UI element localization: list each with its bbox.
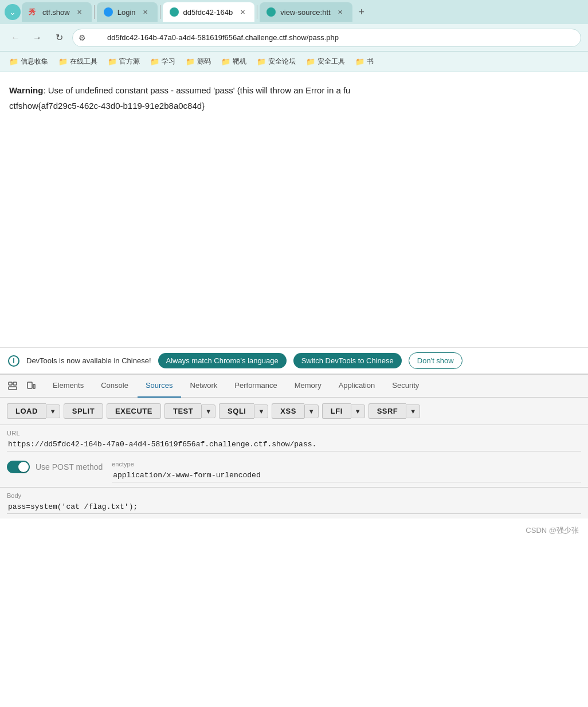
url-value[interactable]: https://dd5fdc42-164b-47a0-a4d4-581619f6… — [7, 438, 581, 451]
bookmark-label-5: 源码 — [197, 57, 211, 66]
always-match-language-button[interactable]: Always match Chrome's language — [158, 353, 287, 368]
bookmark-label-2: 在线工具 — [70, 57, 97, 66]
body-section: Body pass=system('cat /flag.txt'); — [0, 488, 588, 519]
dont-show-button[interactable]: Don't show — [409, 352, 462, 369]
tab-separator-1 — [94, 5, 95, 19]
tab2-close[interactable]: ✕ — [140, 7, 151, 17]
tab-bar: ⌄ 秀 ctf.show ✕ Login ✕ dd5fdc42-164b ✕ v… — [0, 0, 588, 24]
back-button[interactable]: ← — [7, 29, 24, 46]
dd5fdc42-tab-icon — [170, 7, 179, 17]
devtools-tab-bar: Elements Console Sources Network Perform… — [0, 375, 588, 398]
bookmark-official-source[interactable]: 📁 官方源 — [103, 54, 144, 69]
bookmark-label-8: 安全工具 — [317, 57, 345, 66]
bookmark-source-code[interactable]: 📁 源码 — [181, 54, 215, 69]
folder-icon-5: 📁 — [186, 57, 195, 66]
bookmark-security-tools[interactable]: 📁 安全工具 — [301, 54, 350, 69]
url-field-row: URL https://dd5fdc42-164b-47a0-a4d4-5816… — [7, 430, 581, 451]
bookmark-security-forum[interactable]: 📁 安全论坛 — [252, 54, 300, 69]
bookmark-learning[interactable]: 📁 学习 — [146, 54, 180, 69]
new-tab-button[interactable]: + — [354, 4, 370, 20]
tab-performance[interactable]: Performance — [226, 375, 285, 398]
xss-button[interactable]: XSS — [272, 403, 304, 419]
ssrf-dropdown-group: SSRF ▼ — [369, 403, 421, 419]
tab2-label: Login — [117, 8, 136, 17]
tab-security[interactable]: Security — [384, 375, 427, 398]
test-button[interactable]: TEST — [164, 403, 201, 419]
tab-scroll-button[interactable]: ⌄ — [5, 4, 21, 20]
flag-value: ctfshow{af7d29c5-462c-43d0-b119-91e2b8a0… — [9, 101, 579, 111]
folder-icon-9: 📁 — [355, 57, 364, 66]
body-field-row: Body pass=system('cat /flag.txt'); — [7, 492, 581, 514]
warning-message: Warning: Use of undefined constant pass … — [9, 84, 579, 97]
ssrf-button[interactable]: SSRF — [369, 403, 406, 419]
devtools-device-icon[interactable] — [23, 378, 39, 394]
enctype-value[interactable]: application/x-www-form-urlencoded — [112, 469, 581, 482]
bookmark-label-7: 安全论坛 — [268, 57, 296, 66]
bookmark-target-machine[interactable]: 📁 靶机 — [217, 54, 251, 69]
load-button[interactable]: LOAD — [7, 403, 46, 419]
xss-dropdown-arrow[interactable]: ▼ — [304, 404, 319, 418]
warning-bold-label: Warning — [9, 85, 43, 95]
hackbar-toolbar: LOAD ▼ SPLIT EXECUTE TEST ▼ SQLI ▼ XSS ▼ — [7, 403, 581, 419]
bookmark-label-6: 靶机 — [233, 57, 246, 66]
folder-icon-2: 📁 — [58, 57, 68, 66]
devtools-icon-group — [5, 378, 39, 394]
tab-elements[interactable]: Elements — [45, 375, 92, 398]
split-button[interactable]: SPLIT — [64, 403, 103, 419]
address-text: dd5fdc42-164b-47a0-a4d4-581619f656af.cha… — [107, 33, 339, 42]
page-content: Warning: Use of undefined constant pass … — [0, 72, 588, 347]
svg-rect-4 — [33, 384, 35, 388]
load-dropdown-arrow[interactable]: ▼ — [46, 404, 60, 418]
lfi-button[interactable]: LFI — [322, 403, 351, 419]
lfi-dropdown-group: LFI ▼ — [322, 403, 365, 419]
tab4-close[interactable]: ✕ — [335, 7, 346, 17]
tab-dd5fdc42[interactable]: dd5fdc42-164b ✕ — [163, 2, 255, 22]
sqli-button[interactable]: SQLI — [219, 403, 254, 419]
login-tab-icon — [104, 7, 113, 17]
folder-icon-6: 📁 — [221, 57, 230, 66]
tab-application[interactable]: Application — [331, 375, 383, 398]
forward-button[interactable]: → — [29, 29, 46, 46]
post-method-toggle-group: Use POST method — [7, 461, 103, 473]
toggle-enctype-row: Use POST method enctype application/x-ww… — [0, 456, 588, 488]
bookmark-info-collection[interactable]: 📁 信息收集 — [5, 54, 53, 69]
tab-console[interactable]: Console — [93, 375, 136, 398]
bookmarks-bar: 📁 信息收集 📁 在线工具 📁 官方源 📁 学习 📁 源码 📁 靶机 📁 安全论… — [0, 52, 588, 72]
tab-view-source[interactable]: view-source:htt ✕ — [260, 2, 352, 22]
address-bar: ← → ↻ ⚙ dd5fdc42-164b-47a0-a4d4-581619f6… — [0, 24, 588, 52]
body-value[interactable]: pass=system('cat /flag.txt'); — [7, 500, 581, 514]
folder-icon-3: 📁 — [108, 57, 117, 66]
bookmark-label-4: 学习 — [162, 57, 175, 66]
tab-login[interactable]: Login ✕ — [97, 2, 158, 22]
folder-icon-7: 📁 — [257, 57, 266, 66]
view-source-tab-icon — [266, 7, 276, 17]
footer-text: CSDN @强少张 — [526, 526, 579, 535]
switch-to-chinese-button[interactable]: Switch DevTools to Chinese — [293, 353, 402, 368]
sqli-dropdown-arrow[interactable]: ▼ — [254, 404, 268, 418]
devtools-notification-bar: i DevTools is now available in Chinese! … — [0, 347, 588, 374]
post-method-toggle[interactable] — [7, 461, 30, 473]
hackbar-toolbar-section: LOAD ▼ SPLIT EXECUTE TEST ▼ SQLI ▼ XSS ▼ — [0, 398, 588, 425]
tab3-close[interactable]: ✕ — [237, 7, 248, 17]
url-label: URL — [7, 430, 581, 437]
ssrf-dropdown-arrow[interactable]: ▼ — [406, 404, 420, 418]
enctype-label: enctype — [112, 461, 581, 468]
lfi-dropdown-arrow[interactable]: ▼ — [351, 404, 365, 418]
warning-detail: : Use of undefined constant pass - assum… — [43, 85, 350, 95]
devtools-inspect-icon[interactable] — [5, 378, 21, 394]
address-input[interactable]: ⚙ dd5fdc42-164b-47a0-a4d4-581619f656af.c… — [72, 29, 581, 47]
execute-button[interactable]: EXECUTE — [107, 403, 161, 419]
test-dropdown-group: TEST ▼ — [164, 403, 215, 419]
folder-icon-4: 📁 — [150, 57, 159, 66]
tab-memory[interactable]: Memory — [287, 375, 330, 398]
bookmark-online-tools[interactable]: 📁 在线工具 — [54, 54, 102, 69]
tab-network[interactable]: Network — [182, 375, 226, 398]
reload-button[interactable]: ↻ — [50, 29, 68, 46]
folder-icon-1: 📁 — [9, 57, 18, 66]
tab-ctf-show[interactable]: 秀 ctf.show ✕ — [22, 2, 92, 22]
tab1-close[interactable]: ✕ — [75, 7, 85, 17]
tab-sources[interactable]: Sources — [138, 375, 181, 398]
bookmark-books[interactable]: 📁 书 — [351, 54, 378, 69]
svg-rect-3 — [28, 382, 32, 388]
test-dropdown-arrow[interactable]: ▼ — [201, 404, 215, 418]
